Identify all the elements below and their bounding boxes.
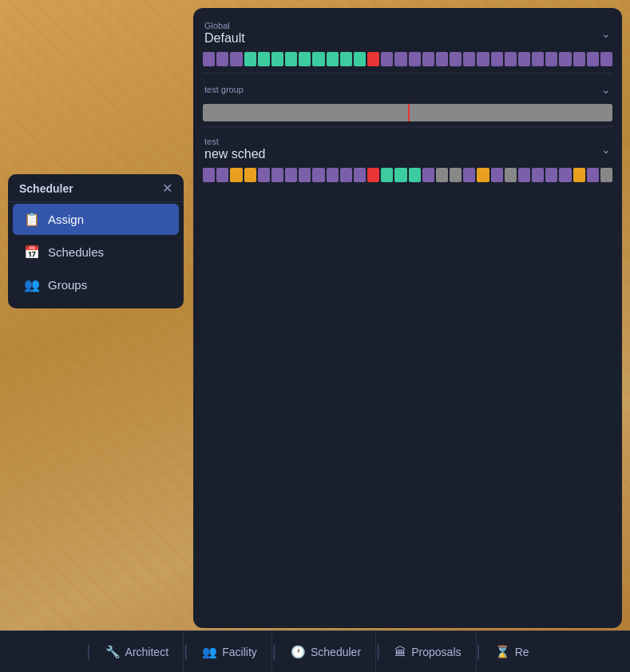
color-block bbox=[340, 52, 352, 66]
color-block bbox=[463, 52, 475, 66]
assign-icon: 📋 bbox=[24, 212, 40, 227]
bottom-tab-label-scheduler: Scheduler bbox=[311, 646, 361, 658]
color-block bbox=[312, 168, 324, 182]
color-block bbox=[545, 52, 557, 66]
color-block bbox=[312, 52, 324, 66]
color-block bbox=[532, 168, 544, 182]
sidebar-item-groups[interactable]: 👥Groups bbox=[13, 269, 179, 300]
color-block bbox=[587, 168, 599, 182]
group-row-default: Global Default ⌄ bbox=[203, 18, 612, 66]
group-label-small-testgroup: test group bbox=[204, 85, 244, 94]
close-button[interactable]: ✕ bbox=[162, 182, 172, 195]
color-block bbox=[559, 52, 571, 66]
timeline-marker bbox=[408, 104, 410, 121]
group-label-small-test: test bbox=[204, 137, 266, 146]
color-block bbox=[258, 168, 270, 182]
color-block bbox=[491, 52, 503, 66]
color-block bbox=[230, 168, 242, 182]
color-block bbox=[327, 168, 339, 182]
bottom-tab-label-re: Re bbox=[515, 646, 529, 658]
color-block bbox=[394, 52, 406, 66]
color-block bbox=[285, 52, 297, 66]
color-block bbox=[450, 168, 462, 182]
schedules-icon: 📅 bbox=[24, 245, 40, 260]
group-row-newsched: test new sched ⌄ bbox=[203, 126, 612, 182]
group-header-newsched[interactable]: test new sched ⌄ bbox=[203, 133, 612, 165]
color-block bbox=[600, 168, 612, 182]
color-block bbox=[244, 168, 256, 182]
color-block bbox=[422, 168, 434, 182]
color-block bbox=[477, 168, 489, 182]
group-header-default[interactable]: Global Default ⌄ bbox=[203, 18, 612, 49]
side-panel: Scheduler ✕ 📋Assign📅Schedules👥Groups bbox=[8, 174, 184, 308]
group-label-main-default: Default bbox=[204, 31, 245, 46]
color-block bbox=[463, 168, 475, 182]
color-block bbox=[354, 52, 366, 66]
chevron-down-icon: ⌄ bbox=[601, 27, 611, 40]
color-block bbox=[299, 52, 311, 66]
chevron-down-icon-2: ⌄ bbox=[601, 83, 611, 96]
color-block bbox=[491, 168, 503, 182]
color-block bbox=[367, 168, 379, 182]
color-block bbox=[573, 52, 585, 66]
color-blocks-default bbox=[203, 52, 612, 66]
bottom-tab-scheduler[interactable]: 🕐Scheduler bbox=[276, 631, 376, 672]
color-block bbox=[354, 168, 366, 182]
sidebar-item-label-schedules: Schedules bbox=[48, 245, 104, 259]
color-block bbox=[600, 52, 612, 66]
color-block bbox=[436, 168, 448, 182]
sidebar-item-schedules[interactable]: 📅Schedules bbox=[13, 237, 179, 268]
scheduler-main-panel: Global Default ⌄ test group ⌄ bbox=[193, 8, 622, 628]
color-block bbox=[271, 52, 283, 66]
color-block bbox=[381, 52, 393, 66]
color-block bbox=[518, 168, 530, 182]
color-block bbox=[216, 52, 228, 66]
group-label-small-global: Global bbox=[204, 21, 245, 30]
color-block bbox=[367, 52, 379, 66]
color-block bbox=[327, 52, 339, 66]
bottom-tab-label-architect: Architect bbox=[125, 646, 168, 658]
bottom-tab-label-facility: Facility bbox=[222, 646, 257, 658]
color-block bbox=[436, 52, 448, 66]
color-block bbox=[422, 52, 434, 66]
sidebar-item-label-groups: Groups bbox=[48, 278, 87, 292]
color-block bbox=[299, 168, 311, 182]
chevron-down-icon-3: ⌄ bbox=[601, 143, 611, 156]
timeline-bar bbox=[203, 104, 612, 121]
groups-icon: 👥 bbox=[24, 277, 40, 292]
sidebar-item-assign[interactable]: 📋Assign bbox=[13, 204, 179, 235]
color-blocks-newsched bbox=[203, 168, 612, 182]
architect-tab-icon: 🔧 bbox=[105, 645, 121, 659]
color-block bbox=[203, 168, 215, 182]
color-block bbox=[244, 52, 256, 66]
color-block bbox=[340, 168, 352, 182]
color-block bbox=[258, 52, 270, 66]
color-block bbox=[409, 52, 421, 66]
side-panel-title: Scheduler bbox=[19, 182, 73, 195]
color-block bbox=[450, 52, 462, 66]
side-panel-header: Scheduler ✕ bbox=[8, 174, 184, 202]
color-block bbox=[587, 52, 599, 66]
group-header-testgroup[interactable]: test group ⌄ bbox=[203, 80, 612, 99]
group-row-testgroup: test group ⌄ bbox=[203, 73, 612, 121]
color-block bbox=[394, 168, 406, 182]
color-block bbox=[381, 168, 393, 182]
scheduler-tab-icon: 🕐 bbox=[291, 645, 306, 659]
bottom-tab-label-proposals: Proposals bbox=[411, 646, 461, 658]
color-block bbox=[230, 52, 242, 66]
bottom-tab-bar: | 🔧Architect|👥Facility|🕐Scheduler|🏛Propo… bbox=[0, 630, 630, 672]
bottom-tab-proposals[interactable]: 🏛Proposals bbox=[380, 631, 476, 672]
bottom-tab-re[interactable]: ⌛Re bbox=[481, 631, 544, 672]
bottom-tab-facility[interactable]: 👥Facility bbox=[188, 631, 272, 672]
color-block bbox=[505, 52, 517, 66]
group-label-main-newsched: new sched bbox=[204, 147, 266, 161]
color-block bbox=[559, 168, 571, 182]
proposals-tab-icon: 🏛 bbox=[394, 645, 406, 658]
bottom-tab-architect[interactable]: 🔧Architect bbox=[91, 631, 184, 672]
color-block bbox=[545, 168, 557, 182]
sidebar-item-label-assign: Assign bbox=[48, 213, 84, 226]
color-block bbox=[573, 168, 585, 182]
color-block bbox=[518, 52, 530, 66]
color-block bbox=[505, 168, 517, 182]
facility-tab-icon: 👥 bbox=[202, 645, 217, 659]
